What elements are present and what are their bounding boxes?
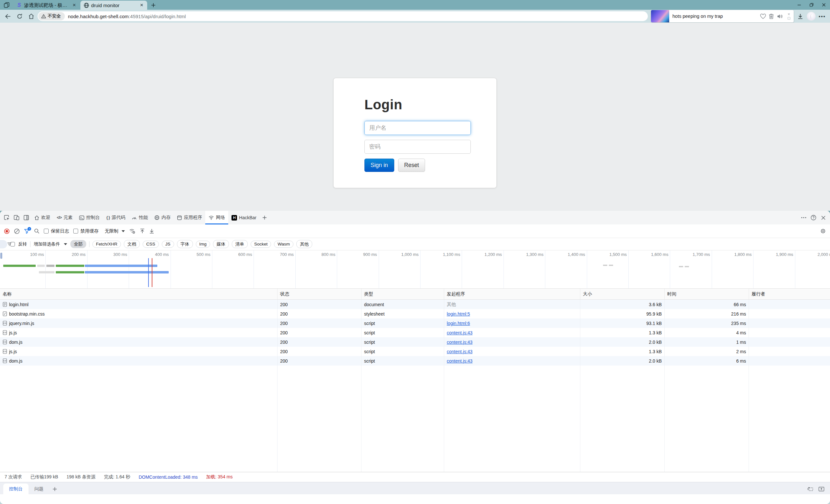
- devtools-tab-welcome[interactable]: 欢迎: [31, 211, 54, 224]
- picture-in-picture-icon[interactable]: [788, 17, 791, 20]
- close-button[interactable]: [818, 0, 830, 10]
- import-har-icon[interactable]: [140, 228, 145, 234]
- request-name[interactable]: jquery.min.js: [9, 321, 34, 326]
- request-name[interactable]: dom.js: [9, 358, 22, 364]
- search-network-icon[interactable]: [34, 228, 39, 234]
- filter-pill--[interactable]: 清单: [232, 240, 248, 248]
- refresh-icon[interactable]: [14, 11, 25, 22]
- devtools-help-icon[interactable]: [808, 211, 818, 224]
- restore-dock-icon[interactable]: [805, 483, 816, 494]
- favorite-heart-icon[interactable]: [759, 13, 767, 19]
- username-input[interactable]: [364, 121, 471, 135]
- column-header-time[interactable]: 时间: [665, 289, 749, 300]
- filter-pill-js[interactable]: JS: [162, 241, 174, 248]
- column-header-status[interactable]: 状态: [278, 289, 361, 300]
- record-network-log-icon[interactable]: [4, 228, 10, 234]
- profile-avatar[interactable]: [807, 12, 816, 21]
- request-initiator[interactable]: content.js:43: [447, 349, 472, 354]
- table-row[interactable]: bootstrap.min.css200stylesheetlogin.html…: [0, 309, 830, 318]
- request-name[interactable]: js.js: [9, 330, 17, 335]
- address-bar[interactable]: 不安全 node.hackhub.get-shell.com:45915/api…: [38, 11, 648, 21]
- devtools-tab-sources[interactable]: { } 源代码: [103, 211, 128, 224]
- filter-pill--[interactable]: 文档: [124, 240, 140, 248]
- network-settings-gear-icon[interactable]: [820, 228, 826, 234]
- drawer-tab-issues[interactable]: 问题: [29, 483, 49, 494]
- new-tab-button[interactable]: [148, 1, 159, 10]
- column-header-name[interactable]: 名称: [0, 289, 278, 300]
- more-tabs-icon[interactable]: [260, 211, 269, 224]
- table-row[interactable]: js.js200scriptcontent.js:431.3 kB4 ms: [0, 328, 830, 337]
- filter-pill-wasm[interactable]: Wasm: [274, 241, 293, 248]
- filter-pill-fetch-xhr[interactable]: Fetch/XHR: [92, 241, 121, 248]
- reset-button[interactable]: Reset: [398, 159, 425, 172]
- downloads-icon[interactable]: [795, 11, 805, 22]
- drawer-more-tools-icon[interactable]: [49, 483, 60, 494]
- security-badge[interactable]: 不安全: [38, 12, 65, 21]
- overview-drag-handle[interactable]: [0, 253, 2, 259]
- dock-side-icon[interactable]: [22, 211, 31, 224]
- request-initiator[interactable]: login.html:6: [447, 321, 470, 326]
- filter-pill-css[interactable]: CSS: [143, 241, 159, 248]
- filter-input[interactable]: [0, 240, 7, 248]
- filter-pill-img[interactable]: Img: [196, 241, 211, 248]
- home-icon[interactable]: [26, 11, 36, 22]
- devtools-tab-hackbar[interactable]: H HackBar: [228, 211, 260, 224]
- table-row[interactable]: dom.js200scriptcontent.js:432.0 kB6 ms: [0, 356, 830, 366]
- devtools-tab-network[interactable]: 网络: [205, 211, 228, 224]
- table-row[interactable]: jquery.min.js200scriptlogin.html:693.1 k…: [0, 318, 830, 328]
- volume-icon[interactable]: [775, 13, 784, 19]
- browser-menu-icon[interactable]: •••: [817, 11, 827, 22]
- media-close-icon[interactable]: ×: [788, 13, 790, 16]
- restore-button[interactable]: [805, 0, 818, 10]
- column-header-initiator[interactable]: 发起程序: [444, 289, 580, 300]
- devtools-tab-elements[interactable]: </> 元素: [54, 211, 76, 224]
- devtools-tab-application[interactable]: 应用程序: [174, 211, 205, 224]
- request-name[interactable]: bootstrap.min.css: [9, 311, 45, 317]
- devtools-tab-performance[interactable]: 性能: [128, 211, 151, 224]
- trash-icon[interactable]: [767, 13, 775, 19]
- filter-pill--[interactable]: 字体: [177, 240, 193, 248]
- table-row[interactable]: login.html200document其他3.6 kB66 ms: [0, 300, 830, 309]
- network-overview[interactable]: 100 ms200 ms300 ms400 ms500 ms600 ms700 …: [0, 250, 830, 289]
- clear-network-log-icon[interactable]: [14, 228, 20, 234]
- request-name[interactable]: js.js: [9, 349, 17, 354]
- network-conditions-icon[interactable]: [129, 228, 135, 234]
- request-name[interactable]: login.html: [9, 302, 29, 307]
- throttling-select[interactable]: 无限制: [105, 228, 125, 234]
- request-initiator[interactable]: content.js:43: [447, 340, 472, 345]
- table-row[interactable]: js.js200scriptcontent.js:431.3 kB2 ms: [0, 347, 830, 356]
- devtools-tab-memory[interactable]: 内存: [151, 211, 174, 224]
- devtools-close-icon[interactable]: [818, 211, 828, 224]
- preserve-log-checkbox[interactable]: [44, 229, 49, 233]
- devtools-menu-icon[interactable]: [799, 211, 808, 224]
- filter-pill-socket[interactable]: Socket: [251, 241, 271, 248]
- disable-cache-checkbox[interactable]: [73, 229, 78, 233]
- expand-drawer-icon[interactable]: [816, 483, 827, 494]
- browser-tab-pentest[interactable]: S 渗透测试靶场 - 极核::CTF ×: [13, 1, 80, 10]
- table-row[interactable]: dom.js200scriptcontent.js:432.0 kB1 ms: [0, 337, 830, 347]
- filter-pill--[interactable]: 媒体: [213, 240, 229, 248]
- filter-pill--[interactable]: 其他: [296, 240, 312, 248]
- minimize-button[interactable]: [793, 0, 805, 10]
- request-initiator[interactable]: login.html:5: [447, 311, 470, 317]
- devtools-tab-console[interactable]: 控制台: [76, 211, 103, 224]
- export-har-icon[interactable]: [149, 228, 154, 234]
- column-header-fulfilled-by[interactable]: 履行者: [749, 289, 830, 300]
- signin-button[interactable]: Sign in: [364, 159, 394, 172]
- workspaces-icon[interactable]: [0, 0, 13, 10]
- device-toolbar-icon[interactable]: [12, 211, 22, 224]
- drawer-tab-console[interactable]: 控制台: [3, 483, 29, 494]
- request-initiator[interactable]: content.js:43: [447, 330, 472, 335]
- password-input[interactable]: [364, 140, 471, 154]
- more-filters-label[interactable]: 增加筛选条件: [34, 241, 60, 247]
- tab-close-icon[interactable]: ×: [71, 2, 77, 8]
- request-initiator[interactable]: content.js:43: [447, 358, 472, 364]
- inspect-element-icon[interactable]: [2, 211, 12, 224]
- browser-tab-druid-monitor[interactable]: druid monitor ×: [81, 1, 147, 10]
- filter-pill--[interactable]: 全部: [70, 240, 86, 248]
- tab-close-icon[interactable]: ×: [139, 2, 145, 8]
- media-control-widget[interactable]: hots peeping on my trap ×: [651, 10, 794, 22]
- column-header-size[interactable]: 大小: [580, 289, 665, 300]
- back-icon[interactable]: [3, 11, 13, 22]
- column-header-type[interactable]: 类型: [361, 289, 444, 300]
